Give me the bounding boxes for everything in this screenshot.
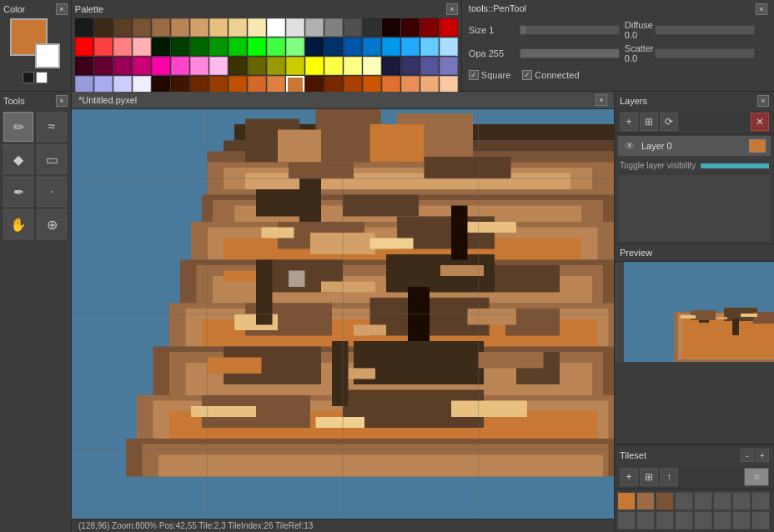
tileset-copy-button[interactable]: ⊞: [640, 468, 658, 486]
tile-cell-0[interactable]: [617, 492, 636, 510]
palette-swatch-14[interactable]: [344, 18, 362, 37]
tile-cell-5[interactable]: [713, 492, 731, 510]
palette-panel-close[interactable]: ×: [446, 3, 458, 15]
tile-cell-1[interactable]: [636, 492, 655, 510]
palette-swatch-26[interactable]: [190, 38, 209, 56]
palette-swatch-12[interactable]: [305, 18, 324, 37]
palette-swatch-1[interactable]: [94, 18, 113, 37]
tileset-resize-button[interactable]: ⌗: [744, 468, 769, 486]
palette-swatch-11[interactable]: [286, 18, 304, 37]
palette-swatch-56[interactable]: [382, 57, 400, 75]
palette-swatch-9[interactable]: [248, 18, 266, 37]
palette-swatch-33[interactable]: [324, 38, 343, 56]
palette-swatch-54[interactable]: [344, 57, 362, 75]
palette-swatch-27[interactable]: [209, 38, 228, 56]
palette-swatch-2[interactable]: [113, 18, 132, 37]
palette-swatch-7[interactable]: [209, 18, 228, 37]
layer-visibility-icon[interactable]: 👁: [623, 139, 636, 153]
extra-swatch-1[interactable]: [23, 72, 34, 83]
palette-swatch-31[interactable]: [286, 38, 304, 56]
merge-layer-button[interactable]: ⟳: [660, 113, 678, 131]
color-panel-close[interactable]: ×: [56, 3, 68, 15]
bg-color-swatch[interactable]: [35, 43, 60, 68]
palette-swatch-46[interactable]: [190, 57, 209, 75]
size-slider[interactable]: [520, 25, 620, 35]
palette-swatch-18[interactable]: [420, 18, 439, 37]
tile-cell-9[interactable]: [636, 511, 655, 529]
tileset-add-button[interactable]: +: [620, 468, 638, 486]
canvas-close-button[interactable]: ×: [596, 94, 607, 106]
connected-checkbox[interactable]: ✓ Connected: [522, 70, 579, 80]
add-layer-button[interactable]: +: [620, 113, 638, 131]
tile-cell-4[interactable]: [694, 492, 712, 510]
tile-cell-2[interactable]: [656, 492, 674, 510]
palette-swatch-53[interactable]: [324, 57, 343, 75]
palette-swatch-40[interactable]: [75, 57, 93, 75]
palette-swatch-3[interactable]: [133, 18, 151, 37]
tile-cell-3[interactable]: [675, 492, 693, 510]
palette-swatch-5[interactable]: [171, 18, 189, 37]
palette-swatch-13[interactable]: [324, 18, 343, 37]
palette-swatch-28[interactable]: [229, 38, 247, 56]
palette-swatch-35[interactable]: [363, 38, 381, 56]
layer-0-item[interactable]: 👁 Layer 0: [618, 136, 771, 156]
palette-swatch-34[interactable]: [344, 38, 362, 56]
palette-swatch-32[interactable]: [305, 38, 324, 56]
palette-swatch-0[interactable]: [75, 18, 93, 37]
connected-checkbox-box[interactable]: ✓: [522, 70, 532, 80]
eyedropper-tool-button[interactable]: ✒: [3, 177, 33, 207]
palette-swatch-15[interactable]: [363, 18, 381, 37]
palette-swatch-21[interactable]: [94, 38, 113, 56]
tile-cell-12[interactable]: [694, 511, 712, 529]
tile-cell-8[interactable]: [617, 511, 636, 529]
palette-swatch-52[interactable]: [305, 57, 324, 75]
zoom-tool-button[interactable]: ⊕: [37, 209, 67, 239]
layers-panel-close[interactable]: ×: [757, 95, 769, 107]
tools-panel-close[interactable]: ×: [56, 95, 68, 107]
palette-swatch-23[interactable]: [133, 38, 151, 56]
fill-tool-button[interactable]: ◆: [3, 144, 33, 174]
palette-swatch-41[interactable]: [94, 57, 113, 75]
palette-swatch-4[interactable]: [152, 18, 170, 37]
palette-swatch-47[interactable]: [209, 57, 228, 75]
palette-swatch-6[interactable]: [190, 18, 209, 37]
delete-layer-button[interactable]: ✕: [751, 113, 769, 131]
palette-swatch-57[interactable]: [401, 57, 420, 75]
palette-swatch-59[interactable]: [440, 57, 458, 75]
palette-swatch-19[interactable]: [440, 18, 458, 37]
tile-cell-14[interactable]: [732, 511, 751, 529]
unknown-tool-button[interactable]: ·: [37, 177, 67, 207]
extra-swatch-2[interactable]: [36, 72, 48, 83]
palette-swatch-39[interactable]: [440, 38, 458, 56]
palette-swatch-58[interactable]: [420, 57, 439, 75]
duplicate-layer-button[interactable]: ⊞: [640, 113, 658, 131]
palette-swatch-44[interactable]: [152, 57, 170, 75]
palette-swatch-30[interactable]: [267, 38, 285, 56]
palette-swatch-17[interactable]: [401, 18, 420, 37]
palette-swatch-36[interactable]: [382, 38, 400, 56]
tile-cell-7[interactable]: [751, 492, 770, 510]
palette-swatch-43[interactable]: [133, 57, 151, 75]
palette-swatch-22[interactable]: [113, 38, 132, 56]
tileset-minus-button[interactable]: -: [741, 449, 754, 462]
scatter-slider[interactable]: [655, 48, 755, 58]
palette-swatch-24[interactable]: [152, 38, 170, 56]
tileset-plus-button[interactable]: +: [756, 449, 769, 462]
tile-cell-15[interactable]: [751, 511, 770, 529]
tile-cell-10[interactable]: [656, 511, 674, 529]
opa-slider[interactable]: [520, 48, 620, 58]
palette-swatch-55[interactable]: [363, 57, 381, 75]
palette-swatch-38[interactable]: [420, 38, 439, 56]
square-checkbox[interactable]: ✓ Square: [469, 70, 510, 80]
palette-swatch-10[interactable]: [267, 18, 285, 37]
select-tool-button[interactable]: ▭: [37, 144, 67, 174]
palette-swatch-50[interactable]: [267, 57, 285, 75]
palette-swatch-51[interactable]: [286, 57, 304, 75]
square-checkbox-box[interactable]: ✓: [469, 70, 479, 80]
palette-swatch-16[interactable]: [382, 18, 400, 37]
tile-cell-6[interactable]: [732, 492, 751, 510]
palette-swatch-25[interactable]: [171, 38, 189, 56]
tile-cell-11[interactable]: [675, 511, 693, 529]
palette-swatch-20[interactable]: [75, 38, 93, 56]
palette-swatch-42[interactable]: [113, 57, 132, 75]
